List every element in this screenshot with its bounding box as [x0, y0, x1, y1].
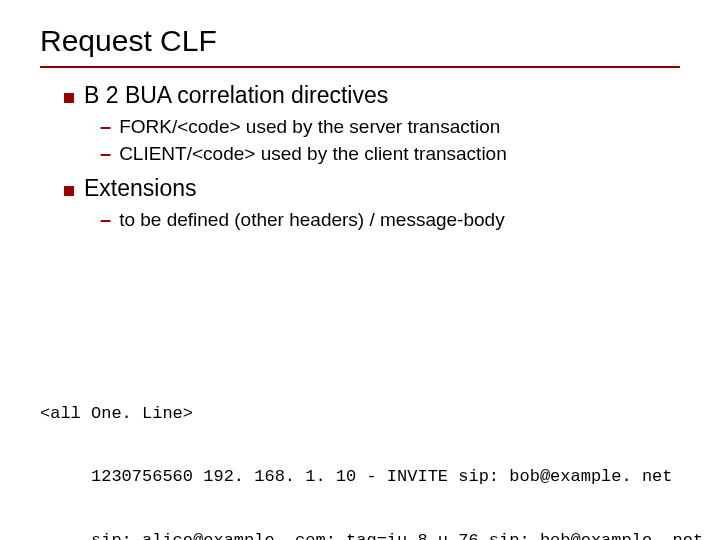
dash-icon: – [100, 208, 111, 231]
slide: Request CLF B 2 BUA correlation directiv… [0, 0, 720, 540]
bullet-section: B 2 BUA correlation directives – FORK/<c… [64, 82, 680, 231]
sub-list: – FORK/<code> used by the server transac… [100, 115, 680, 165]
code-block: <all One. Line> 1230756560 192. 168. 1. … [40, 360, 680, 540]
dash-icon: – [100, 142, 111, 165]
sub-text: CLIENT/<code> used by the client transac… [119, 143, 507, 165]
code-line: 1230756560 192. 168. 1. 10 - INVITE sip:… [40, 466, 680, 487]
sub-text: FORK/<code> used by the server transacti… [119, 116, 500, 138]
bullet-item: Extensions [64, 175, 680, 202]
bullet-text: Extensions [84, 175, 197, 202]
square-bullet-icon [64, 186, 74, 196]
bullet-item: B 2 BUA correlation directives [64, 82, 680, 109]
code-line: <all One. Line> [40, 403, 680, 424]
code-line: sip: alice@example. com; tag=iu 8 u 76 s… [40, 530, 680, 540]
sub-item: – FORK/<code> used by the server transac… [100, 115, 680, 138]
square-bullet-icon [64, 93, 74, 103]
sub-list: – to be defined (other headers) / messag… [100, 208, 680, 231]
sub-text: to be defined (other headers) / message-… [119, 209, 505, 231]
bullet-text: B 2 BUA correlation directives [84, 82, 388, 109]
dash-icon: – [100, 115, 111, 138]
page-title: Request CLF [40, 24, 680, 58]
sub-item: – CLIENT/<code> used by the client trans… [100, 142, 680, 165]
sub-item: – to be defined (other headers) / messag… [100, 208, 680, 231]
title-rule [40, 66, 680, 68]
